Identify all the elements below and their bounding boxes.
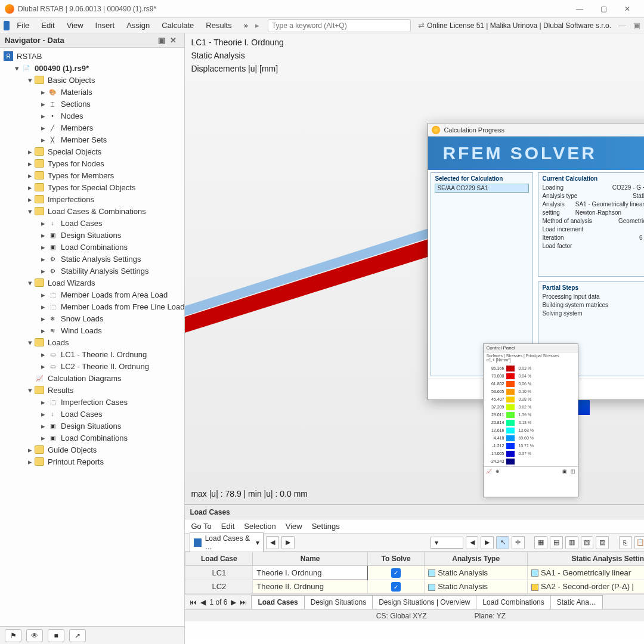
lc-menu-view[interactable]: View <box>286 522 302 531</box>
search-go-icon[interactable]: ⇄ <box>418 21 425 30</box>
tree-item[interactable]: ▾Results <box>0 384 184 396</box>
tree-item[interactable]: ▸▣Design Situations <box>0 229 184 241</box>
lc-tb-paste[interactable]: 📋 <box>634 536 644 549</box>
tree-item[interactable]: ▸▣Design Situations <box>0 420 184 432</box>
tab-load-combinations[interactable]: Load Combinations <box>476 595 550 609</box>
nav-foot-flag[interactable]: ⚑ <box>5 629 21 642</box>
lc-tb-a[interactable]: ▦ <box>534 536 547 549</box>
tree-item[interactable]: ▾Load Cases & Combinations <box>0 205 184 217</box>
menu-results[interactable]: Results <box>201 19 236 32</box>
menu-view[interactable]: View <box>62 19 88 32</box>
lc-menu-settings[interactable]: Settings <box>312 522 340 531</box>
tree-item[interactable]: ▸⬚Imperfection Cases <box>0 396 184 408</box>
menu-edit[interactable]: Edit <box>36 19 59 32</box>
tree-item[interactable]: ▸Imperfections <box>0 193 184 205</box>
table-row[interactable]: LC1Theorie I. Ordnung✓Static AnalysisSA1… <box>185 566 644 580</box>
lc-tb-c[interactable]: ▥ <box>565 536 578 549</box>
model-viewport[interactable]: LC1 - Theorie I. Ordnung Static Analysis… <box>185 33 644 504</box>
menu-calculate[interactable]: Calculate <box>157 19 199 32</box>
lc-tb-1[interactable]: ◀ <box>466 536 479 549</box>
lc-menu-goto[interactable]: Go To <box>191 522 211 531</box>
lc-tb-d[interactable]: ▧ <box>581 536 594 549</box>
navigator-close-icon[interactable]: ✕ <box>170 36 179 45</box>
minimize-button[interactable]: — <box>568 0 592 18</box>
tree-item[interactable]: ▸🎨Materials <box>0 86 184 98</box>
tab-nav-prev[interactable]: ◀ <box>200 598 206 606</box>
window-restore-icon[interactable]: — <box>618 21 626 30</box>
lc-next-button[interactable]: ▶ <box>281 536 295 549</box>
tree-item[interactable]: ▸Types for Special Objects <box>0 181 184 193</box>
navigator-undock-icon[interactable]: ▣ <box>158 36 168 45</box>
calc-selected-row[interactable]: SE/AA CO229 SA1 <box>435 184 529 193</box>
tree-item[interactable]: ▸⌶Sections <box>0 98 184 110</box>
nav-foot-graph[interactable]: ↗ <box>69 629 86 642</box>
lc-tb-cursor[interactable]: ✛ <box>512 536 525 549</box>
tree-item[interactable]: ▾Basic Objects <box>0 74 184 86</box>
tab-nav-first[interactable]: ⏮ <box>190 598 197 606</box>
lc-combo[interactable]: Load Cases & … ▾ <box>190 532 264 553</box>
tree-item[interactable]: ▸↓Load Cases <box>0 217 184 229</box>
control-panel-title[interactable]: Control Panel <box>484 344 578 352</box>
tab-nav-last[interactable]: ⏭ <box>240 598 247 606</box>
tree-item[interactable]: ▸⚙Stability Analysis Settings <box>0 265 184 277</box>
tab-nav-next[interactable]: ▶ <box>231 598 236 606</box>
tree-item[interactable]: ▸⬚Member Loads from Area Load <box>0 289 184 301</box>
tree-item[interactable]: ▸▣Load Combinations <box>0 432 184 444</box>
menu-file[interactable]: File <box>12 19 34 32</box>
tree-item[interactable]: ▸⚙Static Analysis Settings <box>0 253 184 265</box>
cp-plus-icon[interactable]: ⊕ <box>496 469 500 474</box>
tab-design-overview[interactable]: Design Situations | Overview <box>372 595 476 609</box>
lc-tb-e[interactable]: ▨ <box>596 536 609 549</box>
solve-checkbox[interactable]: ✓ <box>391 568 401 578</box>
tree-file[interactable]: ▾📄000490 (1).rs9* <box>0 62 184 74</box>
tree-item[interactable]: ▸▭LC2 - Theorie II. Ordnung <box>0 360 184 372</box>
control-panel-dialog[interactable]: Control Panel Surfaces | Stresses | Prin… <box>483 343 578 497</box>
tree-item[interactable]: ▸▣Load Combinations <box>0 241 184 253</box>
lc-filter-combo[interactable]: ▾ <box>431 537 463 549</box>
tree-item[interactable]: ▸Types for Members <box>0 169 184 181</box>
tab-design-situations[interactable]: Design Situations <box>304 595 373 609</box>
nav-foot-eye[interactable]: 👁 <box>26 629 43 642</box>
tree-item[interactable]: ▸╱Members <box>0 122 184 134</box>
tree-item[interactable]: ▸╳Member Sets <box>0 134 184 145</box>
tree-item[interactable]: ▸▭LC1 - Theorie I. Ordnung <box>0 348 184 360</box>
tree-item[interactable]: ▸≋Wind Loads <box>0 324 184 336</box>
solve-checkbox[interactable]: ✓ <box>391 582 401 592</box>
menu-insert[interactable]: Insert <box>91 19 120 32</box>
tree-item[interactable]: ▾Loads <box>0 336 184 348</box>
tab-static-analysis[interactable]: Static Ana… <box>550 595 603 609</box>
lc-menu-selection[interactable]: Selection <box>244 522 275 531</box>
cp-graph-icon[interactable]: 📈 <box>486 469 492 474</box>
lc-tb-select[interactable]: ↖ <box>496 536 509 549</box>
menu-dropdown-icon[interactable]: ▸ <box>255 21 259 30</box>
tree-item[interactable]: ▸❄Snow Loads <box>0 312 184 324</box>
cp-settings-icon[interactable]: ◫ <box>571 469 575 474</box>
tree-item[interactable]: ▸•Nodes <box>0 110 184 122</box>
lc-tb-2[interactable]: ▶ <box>481 536 494 549</box>
tree-item[interactable]: ▸⬚Member Loads from Free Line Load <box>0 301 184 312</box>
menu-more[interactable]: » <box>239 19 253 32</box>
calc-dialog-titlebar[interactable]: Calculation Progress ? ✕ <box>428 123 644 137</box>
lc-prev-button[interactable]: ◀ <box>266 536 279 549</box>
maximize-button[interactable]: ▢ <box>592 0 615 18</box>
tree-item[interactable]: ▸↓Load Cases <box>0 408 184 420</box>
table-row[interactable]: LC2Theorie II. Ordnung✓Static AnalysisSA… <box>185 580 644 594</box>
window-max-icon[interactable]: ▣ <box>633 21 640 30</box>
tab-load-cases[interactable]: Load Cases <box>251 595 304 609</box>
close-button[interactable]: ✕ <box>615 0 639 18</box>
tree-root[interactable]: RRSTAB <box>0 50 184 62</box>
nav-foot-camera[interactable]: ■ <box>48 629 64 642</box>
tree-item[interactable]: ▸Special Objects <box>0 145 184 157</box>
tree-item[interactable]: ▸Types for Nodes <box>0 157 184 169</box>
tree-item[interactable]: ▸Guide Objects <box>0 444 184 456</box>
tree-item[interactable]: ▾Load Wizards <box>0 277 184 289</box>
tree-item[interactable]: 📈Calculation Diagrams <box>0 372 184 384</box>
menu-assign[interactable]: Assign <box>122 19 154 32</box>
lc-tb-b[interactable]: ▤ <box>550 536 563 549</box>
load-cases-table[interactable]: Load Case Name To Solve Analysis Type St… <box>185 552 644 594</box>
lc-tb-copy[interactable]: ⎘ <box>619 536 632 549</box>
lc-menu-edit[interactable]: Edit <box>221 522 234 531</box>
tree-item[interactable]: ▸Printout Reports <box>0 456 184 467</box>
navigator-tree[interactable]: RRSTAB▾📄000490 (1).rs9*▾Basic Objects▸🎨M… <box>0 48 184 626</box>
keyword-search[interactable] <box>268 19 411 32</box>
